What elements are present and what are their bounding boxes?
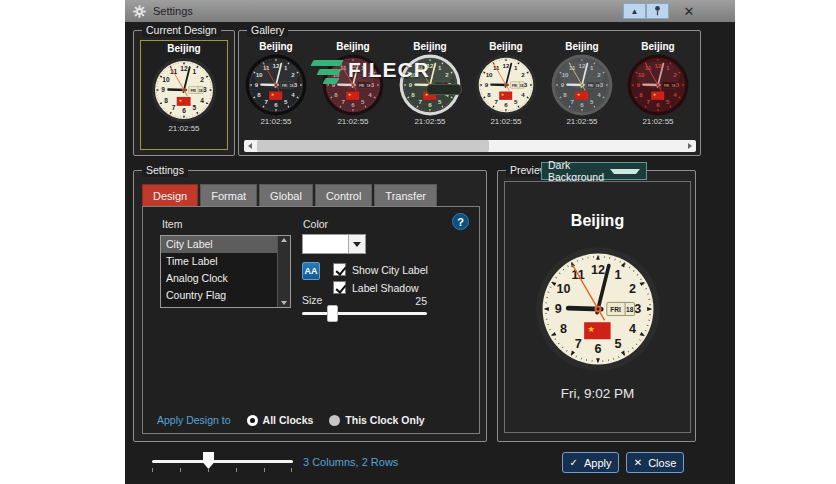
- svg-text:6: 6: [580, 101, 584, 108]
- color-label: Color: [303, 218, 328, 230]
- scroll-down-icon[interactable]: [281, 301, 287, 305]
- svg-text:10: 10: [256, 71, 263, 78]
- svg-text:3: 3: [524, 81, 528, 88]
- scroll-right-button[interactable]: [684, 140, 696, 152]
- svg-text:2: 2: [368, 71, 372, 78]
- svg-text:10: 10: [333, 71, 340, 78]
- clock-time-label: 21:02:55: [260, 117, 291, 126]
- settings-window: Settings ▲ ✕ Current Design Beijing 1234…: [125, 0, 735, 484]
- slider-tick: [152, 468, 153, 472]
- preview-datetime-label: Fri, 9:02 PM: [505, 386, 690, 401]
- gallery-tile[interactable]: Beijing 123456789101112 FRI 18 ★ 21:02:5…: [470, 39, 542, 135]
- rollup-button[interactable]: ▲: [623, 3, 646, 19]
- svg-text:4: 4: [521, 91, 525, 98]
- radio-all-clocks[interactable]: All Clocks: [247, 414, 314, 426]
- clock-city-label: Beijing: [336, 41, 369, 52]
- gallery-tile[interactable]: Beijing 123456789101112 FRI 18 ★ 21:02:5…: [622, 39, 694, 135]
- slider-tick: [264, 468, 265, 472]
- svg-text:12: 12: [655, 62, 662, 69]
- svg-text:18: 18: [367, 84, 371, 88]
- size-slider-thumb[interactable]: [327, 305, 338, 322]
- radio-this-clock-only[interactable]: This Clock Only: [329, 414, 424, 426]
- svg-text:3: 3: [448, 81, 452, 88]
- pin-button[interactable]: [646, 3, 669, 19]
- help-button[interactable]: ?: [452, 213, 469, 230]
- svg-text:10: 10: [410, 71, 417, 78]
- svg-text:3: 3: [371, 81, 375, 88]
- grid-slider-thumb[interactable]: [203, 452, 214, 469]
- svg-text:★: ★: [271, 92, 275, 97]
- checkbox-icon[interactable]: [333, 263, 346, 276]
- grid-slider-track[interactable]: [152, 460, 293, 463]
- pin-icon: [653, 5, 662, 17]
- svg-text:5: 5: [514, 98, 518, 105]
- clock-time-label: 21:02:55: [168, 124, 199, 133]
- svg-text:9: 9: [409, 81, 413, 88]
- preview-group: Preview Dark Background Beijing 12345678…: [497, 170, 696, 442]
- font-button[interactable]: AA: [302, 262, 320, 280]
- svg-text:5: 5: [666, 98, 670, 105]
- list-item-country-flag[interactable]: Country Flag: [161, 287, 277, 304]
- scroll-up-icon[interactable]: [281, 238, 287, 242]
- close-button[interactable]: ✕ Close: [626, 452, 684, 473]
- radio-label: This Clock Only: [345, 414, 424, 426]
- gallery-scrollbar[interactable]: [244, 140, 696, 152]
- settings-tabs: Design Format Global Control Transfer: [142, 184, 437, 206]
- settings-group-label: Settings: [142, 164, 188, 177]
- size-slider-track[interactable]: [302, 312, 427, 315]
- svg-text:18: 18: [444, 84, 448, 88]
- svg-text:4: 4: [673, 91, 677, 98]
- list-item-city-label[interactable]: City Label: [161, 236, 277, 253]
- slider-tick: [180, 468, 181, 472]
- svg-text:11: 11: [263, 64, 270, 71]
- checkbox-show-city-label[interactable]: Show City Label: [333, 263, 428, 276]
- svg-text:1: 1: [193, 68, 197, 75]
- checkbox-icon[interactable]: [333, 281, 346, 294]
- svg-text:3: 3: [676, 81, 680, 88]
- titlebar-close-button[interactable]: ✕: [679, 1, 699, 21]
- svg-text:★: ★: [348, 92, 352, 97]
- svg-text:FRI: FRI: [664, 84, 669, 88]
- svg-text:18: 18: [290, 84, 294, 88]
- svg-text:1: 1: [514, 64, 518, 71]
- svg-text:3: 3: [203, 86, 207, 93]
- radio-icon[interactable]: [329, 415, 340, 426]
- svg-text:6: 6: [274, 101, 278, 108]
- svg-text:8: 8: [257, 91, 261, 98]
- gallery-tile[interactable]: Beijing 123456789101112 FRI 18 ★ 21:02:5…: [317, 39, 389, 135]
- clock-time-label: 21:02:55: [337, 117, 368, 126]
- scroll-left-button[interactable]: [244, 140, 256, 152]
- tab-format[interactable]: Format: [200, 184, 257, 206]
- radio-icon[interactable]: [247, 415, 258, 426]
- list-item-analog-clock[interactable]: Analog Clock: [161, 270, 277, 287]
- analog-clock: 123456789101112 FRI 18 ★: [627, 54, 689, 116]
- gallery-scrollbar-thumb[interactable]: [257, 140, 489, 152]
- current-design-tile[interactable]: Beijing 123456789101112 FRI 18 ★ 21:02:5…: [140, 40, 228, 150]
- chevron-down-icon: [610, 169, 640, 174]
- design-tab-panel: ? Item City Label Time Label Analog Cloc…: [142, 206, 480, 434]
- gallery-tile[interactable]: Beijing 123456789101112 FRI 18 ★ 21:02:5…: [394, 39, 466, 135]
- gallery-tile[interactable]: Beijing 123456789101112 FRI 18 ★ 21:02:5…: [240, 39, 312, 135]
- gallery-scrollbar-track[interactable]: [256, 140, 684, 152]
- preview-analog-clock: 123456789101112 FRI 18 ★: [535, 246, 661, 372]
- background-select[interactable]: Dark Background: [541, 162, 647, 180]
- tab-global[interactable]: Global: [259, 184, 313, 206]
- tab-transfer[interactable]: Transfer: [374, 184, 437, 206]
- item-listbox: City Label Time Label Analog Clock Count…: [160, 235, 291, 308]
- svg-text:1: 1: [590, 64, 594, 71]
- listbox-scrollbar[interactable]: [277, 236, 290, 307]
- gallery-group-label: Gallery: [247, 24, 288, 37]
- apply-button[interactable]: ✓ Apply: [562, 452, 619, 473]
- slider-tick: [208, 468, 209, 472]
- color-dropdown[interactable]: [302, 234, 366, 254]
- gallery-group: Gallery Beijing 123456789101112 FRI 18 ★…: [238, 30, 701, 156]
- gallery-tile[interactable]: Beijing 123456789101112 FRI 18 ★ 21:02:5…: [546, 39, 618, 135]
- svg-text:11: 11: [417, 64, 424, 71]
- checkbox-label-shadow[interactable]: Label Shadow: [333, 281, 419, 294]
- tab-design[interactable]: Design: [142, 184, 198, 206]
- svg-text:6: 6: [351, 101, 355, 108]
- chevron-down-icon: [353, 242, 361, 247]
- tab-control[interactable]: Control: [315, 184, 372, 206]
- list-item-time-label[interactable]: Time Label: [161, 253, 277, 270]
- svg-text:7: 7: [575, 337, 582, 351]
